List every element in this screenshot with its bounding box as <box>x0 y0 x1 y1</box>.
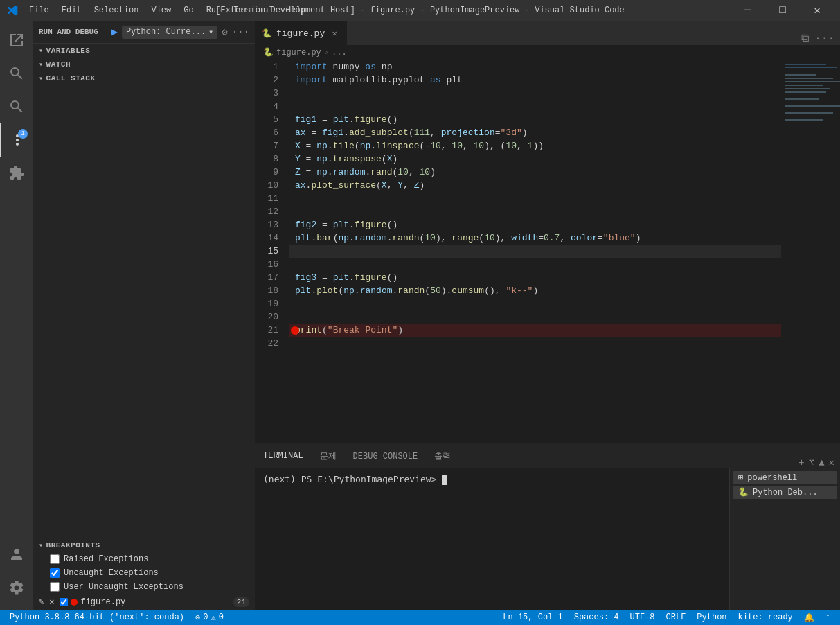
token: = <box>306 126 322 139</box>
code-line-17[interactable]: fig3 = plt.figure() <box>289 271 781 284</box>
code-line-20[interactable] <box>289 310 781 324</box>
token: . <box>370 139 376 152</box>
editor-tab-figure[interactable]: 🐍 figure.py ✕ <box>255 21 347 45</box>
breakpoint-file-entry[interactable]: figure.py <box>60 597 125 607</box>
debug-config-dropdown[interactable]: Python: Curre... ▾ <box>122 26 217 39</box>
token: . <box>328 166 333 179</box>
minimap-canvas <box>781 60 840 407</box>
activity-source-control[interactable] <box>0 90 33 123</box>
tab-debug-console[interactable]: DEBUG CONSOLE <box>345 444 427 468</box>
maximize-panel-icon[interactable]: ▲ <box>819 457 824 468</box>
code-line-21[interactable]: print("Break Point") <box>289 324 781 337</box>
code-line-10[interactable]: ax.plot_surface(X, Y, Z) <box>289 179 781 192</box>
code-line-19[interactable] <box>289 297 781 310</box>
close-panel-icon[interactable]: ✕ <box>829 457 834 468</box>
user-uncaught-exceptions-checkbox[interactable] <box>50 582 60 592</box>
status-notifications[interactable]: 🔔 <box>800 610 819 625</box>
more-icon[interactable]: ··· <box>232 26 249 38</box>
uncaught-exceptions-checkbox[interactable] <box>50 568 60 578</box>
token: tile <box>333 139 355 152</box>
breadcrumb-rest[interactable]: ... <box>332 48 347 58</box>
terminal-session-python-debug[interactable]: 🐍 Python Deb... <box>733 486 837 499</box>
activity-settings[interactable] <box>0 571 33 604</box>
split-editor-icon[interactable]: ⧉ <box>801 32 809 45</box>
file-bp-checkbox[interactable] <box>60 598 68 606</box>
terminal-session-powershell[interactable]: ⊞ powershell <box>733 471 837 484</box>
breakpoints-collapse[interactable]: ▾ BREAKPOINTS <box>33 538 255 552</box>
menu-edit[interactable]: Edit <box>56 3 87 18</box>
tab-close-button[interactable]: ✕ <box>329 28 340 39</box>
activity-account[interactable] <box>0 538 33 571</box>
code-line-7[interactable]: X = np.tile(np.linspace(-10, 10, 10), (1… <box>289 139 781 152</box>
status-kite[interactable]: kite: ready <box>734 610 797 625</box>
status-position[interactable]: Ln 15, Col 1 <box>499 610 566 625</box>
activity-search[interactable] <box>0 57 33 90</box>
code-line-8[interactable]: Y = np.transpose(X) <box>289 152 781 166</box>
code-line-9[interactable]: Z = np.random.rand(10, 10) <box>289 166 781 179</box>
activity-extensions[interactable] <box>0 157 33 190</box>
menu-file[interactable]: File <box>24 3 55 18</box>
minimize-button[interactable]: ─ <box>732 0 764 21</box>
titlebar: File Edit Selection View Go Run Terminal… <box>0 0 840 21</box>
breadcrumb-sep: › <box>324 48 329 58</box>
code-line-6[interactable]: ax = fig1.add_subplot(111, projection="3… <box>289 126 781 139</box>
token: figure <box>355 271 387 284</box>
line-numbers: 12345678910111213141516171819202122 <box>255 60 289 443</box>
code-editor[interactable]: 12345678910111213141516171819202122 impo… <box>255 60 840 443</box>
menu-go[interactable]: Go <box>178 3 199 18</box>
status-feedback[interactable]: ↑ <box>821 610 834 625</box>
activity-explorer[interactable] <box>0 24 33 57</box>
settings-icon[interactable]: ⚙ <box>222 26 227 38</box>
status-errors[interactable]: ⊗ 0 ⚠ 0 <box>191 610 228 625</box>
status-spaces[interactable]: Spaces: 4 <box>570 610 623 625</box>
line-number-11: 11 <box>260 192 284 205</box>
token: 10 <box>484 231 495 245</box>
code-line-2[interactable]: import matplotlib.pyplot as plt <box>289 73 781 87</box>
variables-collapse[interactable]: ▾ VARIABLES <box>33 44 255 58</box>
close-button[interactable]: ✕ <box>801 0 833 21</box>
callstack-title: CALL STACK <box>46 74 96 82</box>
split-terminal-icon[interactable]: ⌥ <box>809 457 814 468</box>
menu-view[interactable]: View <box>145 3 177 18</box>
token: = <box>301 166 316 179</box>
error-count: 0 <box>203 613 208 622</box>
raised-exceptions-checkbox[interactable] <box>50 554 60 564</box>
code-line-16[interactable] <box>289 258 781 271</box>
breakpoint-edit-icon[interactable]: ✎ <box>39 597 44 607</box>
debug-play-button[interactable]: ▶ <box>111 25 118 39</box>
code-line-4[interactable] <box>289 100 781 113</box>
callstack-collapse[interactable]: ▾ CALL STACK <box>33 71 255 85</box>
token: 10 <box>397 166 409 179</box>
tab-problems[interactable]: 문제 <box>312 444 345 468</box>
code-line-14[interactable]: plt.bar(np.random.randn(10), range(10), … <box>289 231 781 245</box>
code-line-18[interactable]: plt.plot(np.random.randn(50).cumsum(), "… <box>289 284 781 297</box>
token: ) <box>533 284 538 297</box>
breakpoint-remove-icon[interactable]: ✕ <box>49 597 54 607</box>
token: linspace <box>376 139 419 152</box>
menu-selection[interactable]: Selection <box>89 3 145 18</box>
code-line-3[interactable] <box>289 87 781 100</box>
status-python-version[interactable]: Python 3.8.8 64-bit ('next': conda) <box>6 610 188 625</box>
code-line-11[interactable] <box>289 192 781 205</box>
breakpoint-uncaught: Uncaught Exceptions <box>33 566 255 580</box>
panel-content-area: (next) PS E:\PythonImagePreview> ⊞ power… <box>255 468 840 610</box>
maximize-button[interactable]: □ <box>767 0 798 21</box>
add-terminal-icon[interactable]: + <box>798 457 804 468</box>
code-line-1[interactable]: import numpy as np <box>289 60 781 73</box>
token: ( <box>420 231 425 245</box>
status-line-ending[interactable]: CRLF <box>662 610 690 625</box>
tab-output[interactable]: 출력 <box>426 444 459 468</box>
more-actions-icon[interactable]: ··· <box>814 33 834 45</box>
watch-collapse[interactable]: ▾ WATCH <box>33 58 255 71</box>
code-line-12[interactable] <box>289 205 781 218</box>
tab-terminal[interactable]: TERMINAL <box>255 444 312 468</box>
breadcrumb-file[interactable]: figure.py <box>276 48 321 58</box>
code-line-15[interactable] <box>289 245 781 258</box>
code-line-5[interactable]: fig1 = plt.figure() <box>289 113 781 126</box>
code-line-13[interactable]: fig2 = plt.figure() <box>289 218 781 231</box>
code-line-22[interactable] <box>289 337 781 350</box>
activity-debug[interactable]: 1 <box>0 123 33 157</box>
code-content[interactable]: import numpy as npimport matplotlib.pypl… <box>289 60 781 443</box>
status-language[interactable]: Python <box>692 610 731 625</box>
status-encoding[interactable]: UTF-8 <box>626 610 659 625</box>
